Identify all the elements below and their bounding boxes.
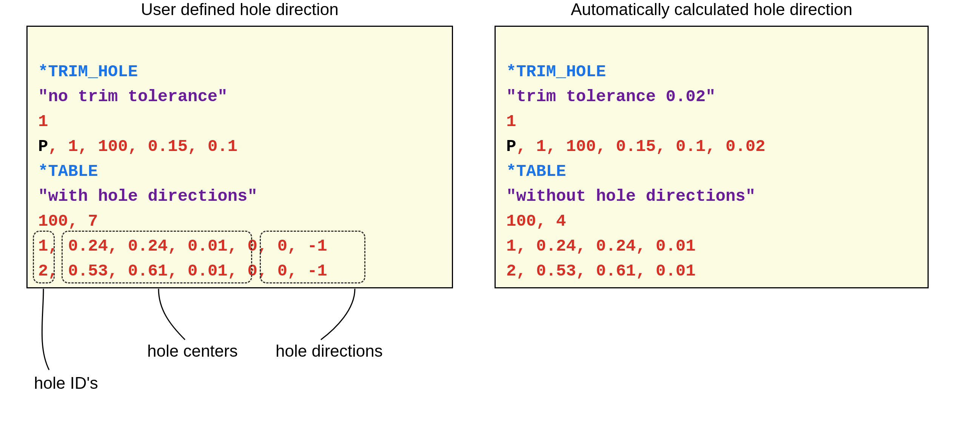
left-row2-cen: 0.53, 0.61, 0.01	[58, 261, 228, 280]
left-caption: User defined hole direction	[26, 0, 453, 19]
left-row1-c2: ,	[228, 237, 237, 256]
right-code-box: *TRIM_HOLE "trim tolerance 0.02" 1 P, 1,…	[495, 25, 929, 288]
right-count: 1	[506, 112, 516, 131]
left-row1-c1: ,	[48, 237, 58, 256]
anno-hole-centers: hole centers	[147, 342, 238, 360]
right-trimhole-kw: *TRIM_HOLE	[506, 62, 606, 81]
left-row2-c2: ,	[228, 261, 237, 280]
left-trimhole-kw: *TRIM_HOLE	[38, 62, 138, 81]
right-table-dims: 100, 4	[506, 212, 566, 231]
left-code-box: *TRIM_HOLE "no trim tolerance" 1 P, 1, 1…	[26, 25, 453, 288]
left-row1-id: 1	[38, 237, 48, 256]
left-p-comma: ,	[48, 137, 68, 156]
left-row1-cen: 0.24, 0.24, 0.01	[58, 237, 228, 256]
right-row2: 2, 0.53, 0.61, 0.01	[506, 261, 696, 280]
left-table-dims: 100, 7	[38, 212, 98, 231]
left-trim-string: "no trim tolerance"	[38, 87, 228, 106]
left-row2-id: 2	[38, 261, 48, 280]
right-table-kw: *TABLE	[506, 162, 566, 181]
left-table-string: "with hole directions"	[38, 187, 258, 206]
right-p-params: 1, 100, 0.15, 0.1, 0.02	[536, 137, 765, 156]
left-row2-dir: 0, 0, -1	[237, 261, 327, 280]
anno-hole-dirs: hole directions	[275, 342, 383, 360]
left-p-letter: P	[38, 137, 48, 156]
right-p-comma: ,	[516, 137, 536, 156]
left-p-params: 1, 100, 0.15, 0.1	[68, 137, 237, 156]
right-caption: Automatically calculated hole direction	[495, 0, 929, 19]
left-row2-c1: ,	[48, 261, 58, 280]
right-p-letter: P	[506, 137, 516, 156]
anno-hole-ids: hole ID's	[34, 374, 98, 393]
left-row1-dir: 0, 0, -1	[237, 237, 327, 256]
right-table-string: "without hole directions"	[506, 187, 756, 206]
left-count: 1	[38, 112, 48, 131]
left-table-kw: *TABLE	[38, 162, 98, 181]
right-row1: 1, 0.24, 0.24, 0.01	[506, 237, 696, 256]
right-trim-string: "trim tolerance 0.02"	[506, 87, 716, 106]
